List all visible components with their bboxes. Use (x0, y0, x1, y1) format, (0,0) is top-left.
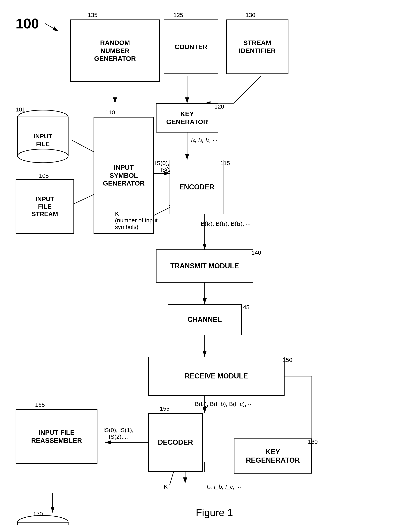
ref-101: 101 (16, 106, 25, 113)
channel-box: CHANNEL (168, 304, 242, 335)
ref-125: 125 (173, 12, 183, 18)
ref-155: 155 (160, 405, 169, 412)
svg-line-22 (45, 23, 58, 31)
ref-105: 105 (39, 172, 49, 179)
is-sequence-bottom-label: IS(0), IS(1),IS(2),... (103, 427, 133, 440)
svg-text:INPUT: INPUT (34, 133, 52, 140)
diagram-number: 100 (16, 16, 39, 32)
svg-line-3 (234, 76, 261, 103)
random-number-generator-box: RANDOMNUMBERGENERATOR (70, 19, 160, 82)
b-sequence-top-label: B(I₀), B(I₁), B(I₂), ··· (201, 220, 251, 227)
ref-165: 165 (35, 402, 45, 408)
ref-120: 120 (215, 103, 224, 110)
input-file-reassembler-box: INPUT FILEREASSEMBLER (16, 409, 97, 464)
figure-label: Figure 1 (156, 507, 273, 518)
k-bottom-label: K (164, 483, 168, 490)
key-regenerator-box: KEYREGENERATOR (234, 439, 312, 474)
receive-module-box: RECEIVE MODULE (148, 357, 285, 396)
encoder-box: ENCODER (169, 160, 224, 214)
ref-110: 110 (105, 109, 115, 116)
ref-160: 160 (308, 439, 318, 445)
svg-text:FILE: FILE (36, 141, 49, 148)
keys-label: I₀, I₁, I₂, ··· (191, 136, 217, 143)
stream-identifier-box: STREAMIDENTIFIER (226, 19, 289, 74)
counter-box: COUNTER (164, 19, 218, 74)
input-file-top-cylinder: INPUT FILE (16, 109, 70, 168)
ref-135: 135 (88, 12, 97, 18)
ref-140: 140 (252, 249, 261, 256)
ref-150: 150 (283, 357, 292, 363)
ref-130: 130 (246, 12, 255, 18)
input-file-stream-box: INPUTFILESTREAM (16, 179, 74, 234)
diagram-number-arrow (43, 21, 62, 33)
ref-115: 115 (220, 160, 230, 166)
b-sequence-bottom-label: B(Iₐ), B(I_b), B(I_c), ··· (195, 401, 253, 407)
decoder-box: DECODER (148, 413, 203, 472)
diagram-container: 100 RANDOMNUMBERGENERATOR 135 COUNTER 12… (0, 0, 420, 525)
k-label: K(number of inputsymbols) (115, 210, 158, 230)
key-generator-box: KEYGENERATOR (156, 103, 218, 132)
ref-145: 145 (240, 304, 250, 311)
ref-170: 170 (33, 511, 43, 517)
transmit-module-box: TRANSMIT MODULE (156, 249, 253, 282)
svg-rect-29 (18, 522, 68, 525)
svg-point-25 (18, 149, 68, 163)
i-sequence-bottom-label: Iₐ, I_b, I_c, ··· (206, 483, 241, 490)
